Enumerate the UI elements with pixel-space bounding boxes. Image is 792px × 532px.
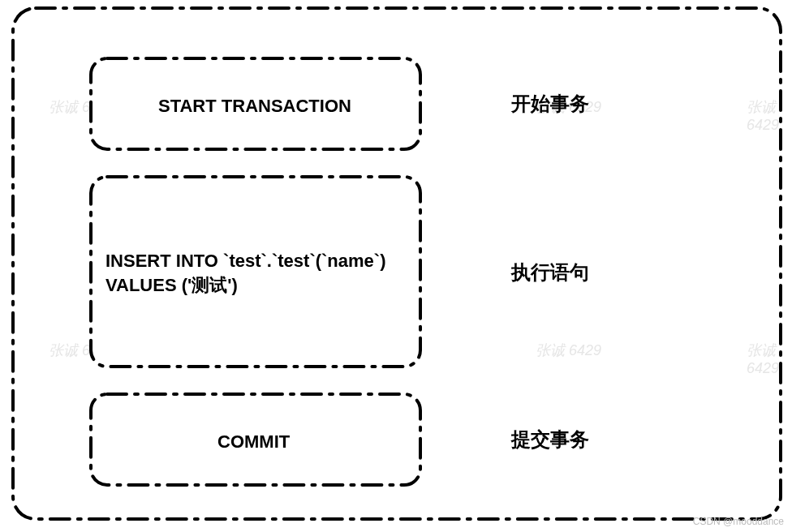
step-label-1: 开始事务 <box>511 91 589 117</box>
step-label-2: 执行语句 <box>511 260 589 285</box>
attribution: CSDN @mooddance <box>693 516 784 527</box>
step-code-3: COMMIT <box>217 430 290 454</box>
step-label-3: 提交事务 <box>511 427 589 453</box>
step-code-2: INSERT INTO `test`.`test`(`name`) VALUES… <box>105 249 386 297</box>
step-code-1: START TRANSACTION <box>158 94 351 118</box>
